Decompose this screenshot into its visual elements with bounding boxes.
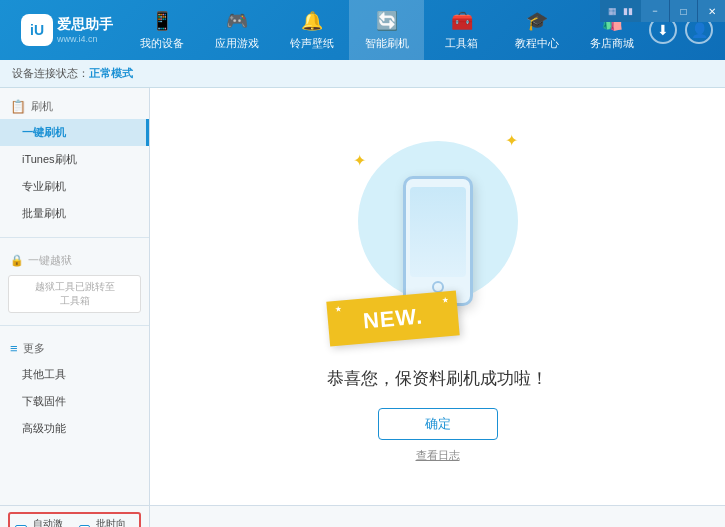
ribbon: ★ NEW. ★ <box>328 296 458 341</box>
sidebar: 📋 刷机 一键刷机 iTunes刷机 专业刷机 批量刷机 🔒 一键越狱 越狱工具… <box>0 88 150 505</box>
flash-section-icon: 📋 <box>10 99 26 114</box>
titlebar: ▦ ▮▮ － □ ✕ <box>600 0 725 22</box>
main-layout: 📋 刷机 一键刷机 iTunes刷机 专业刷机 批量刷机 🔒 一键越狱 越狱工具… <box>0 88 725 505</box>
ribbon-star-right: ★ <box>441 295 449 305</box>
nav-bar: 📱 我的设备 🎮 应用游戏 🔔 铃声壁纸 🔄 智能刷机 🧰 工具箱 🎓 <box>124 0 649 60</box>
nav-ringtone[interactable]: 🔔 铃声壁纸 <box>274 0 349 60</box>
success-message: 恭喜您，保资料刷机成功啦！ <box>327 367 548 390</box>
toolbox-icon: 🧰 <box>451 10 473 32</box>
sidebar-section-flash: 📋 刷机 一键刷机 iTunes刷机 专业刷机 批量刷机 <box>0 88 149 233</box>
more-section-icon: ≡ <box>10 341 18 356</box>
wifi-icon: ▦ <box>608 6 617 16</box>
sparkle-icon-1: ✦ <box>505 131 518 150</box>
sparkle-icon-2: ✦ <box>353 151 366 170</box>
status-label: 设备连接状态： <box>12 66 89 81</box>
my-device-icon: 📱 <box>151 10 173 32</box>
status-bar: 设备连接状态： 正常模式 <box>0 60 725 88</box>
phone-illustration: ✦ ✦ ★ NEW. ★ <box>338 131 538 351</box>
lock-icon: 🔒 <box>10 254 24 267</box>
sidebar-item-one-key-flash[interactable]: 一键刷机 <box>0 119 149 146</box>
sidebar-item-download-firmware[interactable]: 下载固件 <box>0 388 149 415</box>
bottom-left: 自动激活 批时向导 📱 iPhone 15 Pro Max 512GB iPho… <box>0 506 150 527</box>
content-area: ✦ ✦ ★ NEW. ★ 恭喜您，保资料刷机成功啦！ 确定 <box>150 88 725 505</box>
ringtone-icon: 🔔 <box>301 10 323 32</box>
confirm-button[interactable]: 确定 <box>378 408 498 440</box>
tutorial-icon: 🎓 <box>526 10 548 32</box>
ribbon-star-left: ★ <box>334 304 342 314</box>
timed-guide-label: 批时向导 <box>96 517 134 527</box>
sidebar-item-batch-flash[interactable]: 批量刷机 <box>0 200 149 227</box>
nav-toolbox[interactable]: 🧰 工具箱 <box>424 0 499 60</box>
sidebar-section-more: ≡ 更多 其他工具 下载固件 高级功能 <box>0 330 149 448</box>
nav-smart-flash[interactable]: 🔄 智能刷机 <box>349 0 424 60</box>
sidebar-divider-2 <box>0 325 149 326</box>
sidebar-header-jailbreak: 🔒 一键越狱 <box>0 248 149 273</box>
sidebar-header-more: ≡ 更多 <box>0 336 149 361</box>
phone-screen <box>410 187 466 277</box>
nav-tutorial[interactable]: 🎓 教程中心 <box>499 0 574 60</box>
auto-activate-row: 自动激活 <box>15 517 71 527</box>
bottom-area: 自动激活 批时向导 📱 iPhone 15 Pro Max 512GB iPho… <box>0 505 725 527</box>
status-mode[interactable]: 正常模式 <box>89 66 133 81</box>
ribbon-body: ★ NEW. ★ <box>326 290 459 346</box>
sidebar-item-other-tools[interactable]: 其他工具 <box>0 361 149 388</box>
checkbox-group: 自动激活 批时向导 <box>8 512 141 527</box>
app-title: 爱思助手 <box>57 16 113 34</box>
logo-icon: iU <box>21 14 53 46</box>
ribbon-text: NEW. <box>361 302 423 333</box>
phone-body <box>403 176 473 306</box>
auto-activate-label: 自动激活 <box>33 517 71 527</box>
logo-area: iU 爱思助手 www.i4.cn <box>0 14 124 46</box>
timed-guide-row: 批时向导 <box>79 517 135 527</box>
sidebar-item-pro-flash[interactable]: 专业刷机 <box>0 173 149 200</box>
maximize-button[interactable]: □ <box>669 0 697 22</box>
jailbreak-notice: 越狱工具已跳转至工具箱 <box>8 275 141 313</box>
battery-icon: ▮▮ <box>623 6 633 16</box>
sidebar-item-advanced[interactable]: 高级功能 <box>0 415 149 442</box>
app-subtitle: www.i4.cn <box>57 34 113 44</box>
apps-icon: 🎮 <box>226 10 248 32</box>
sidebar-header-flash: 📋 刷机 <box>0 94 149 119</box>
smart-flash-icon: 🔄 <box>376 10 398 32</box>
nav-my-device[interactable]: 📱 我的设备 <box>124 0 199 60</box>
nav-apps[interactable]: 🎮 应用游戏 <box>199 0 274 60</box>
sidebar-divider-1 <box>0 237 149 238</box>
sidebar-section-jailbreak: 🔒 一键越狱 越狱工具已跳转至工具箱 <box>0 242 149 321</box>
close-button[interactable]: ✕ <box>697 0 725 22</box>
minimize-button[interactable]: － <box>641 0 669 22</box>
log-link[interactable]: 查看日志 <box>416 448 460 463</box>
bottom-right: V7.98.66 客服 微信公众号 检查更新 <box>150 506 725 527</box>
sidebar-item-itunes-flash[interactable]: iTunes刷机 <box>0 146 149 173</box>
